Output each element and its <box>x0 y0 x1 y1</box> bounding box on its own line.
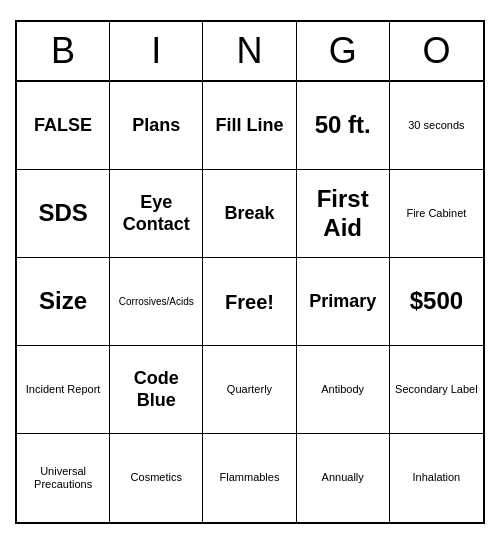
bingo-cell: Flammables <box>203 434 296 522</box>
header-letter: G <box>297 22 390 80</box>
bingo-cell: FALSE <box>17 82 110 170</box>
bingo-cell: Fill Line <box>203 82 296 170</box>
bingo-cell: Secondary Label <box>390 346 483 434</box>
bingo-cell: Code Blue <box>110 346 203 434</box>
header-letter: N <box>203 22 296 80</box>
bingo-grid: FALSEPlansFill Line50 ft.30 secondsSDSEy… <box>17 82 483 522</box>
bingo-cell: First Aid <box>297 170 390 258</box>
bingo-header: BINGO <box>17 22 483 82</box>
bingo-cell: Primary <box>297 258 390 346</box>
bingo-cell: $500 <box>390 258 483 346</box>
bingo-cell: 30 seconds <box>390 82 483 170</box>
bingo-cell: Free! <box>203 258 296 346</box>
bingo-cell: Fire Cabinet <box>390 170 483 258</box>
bingo-cell: Inhalation <box>390 434 483 522</box>
header-letter: I <box>110 22 203 80</box>
bingo-cell: Corrosives/Acids <box>110 258 203 346</box>
bingo-cell: Size <box>17 258 110 346</box>
bingo-cell: Plans <box>110 82 203 170</box>
bingo-cell: SDS <box>17 170 110 258</box>
bingo-card: BINGO FALSEPlansFill Line50 ft.30 second… <box>15 20 485 524</box>
bingo-cell: 50 ft. <box>297 82 390 170</box>
header-letter: B <box>17 22 110 80</box>
bingo-cell: Universal Precautions <box>17 434 110 522</box>
bingo-cell: Break <box>203 170 296 258</box>
bingo-cell: Cosmetics <box>110 434 203 522</box>
header-letter: O <box>390 22 483 80</box>
bingo-cell: Eye Contact <box>110 170 203 258</box>
bingo-cell: Quarterly <box>203 346 296 434</box>
bingo-cell: Antibody <box>297 346 390 434</box>
bingo-cell: Incident Report <box>17 346 110 434</box>
bingo-cell: Annually <box>297 434 390 522</box>
